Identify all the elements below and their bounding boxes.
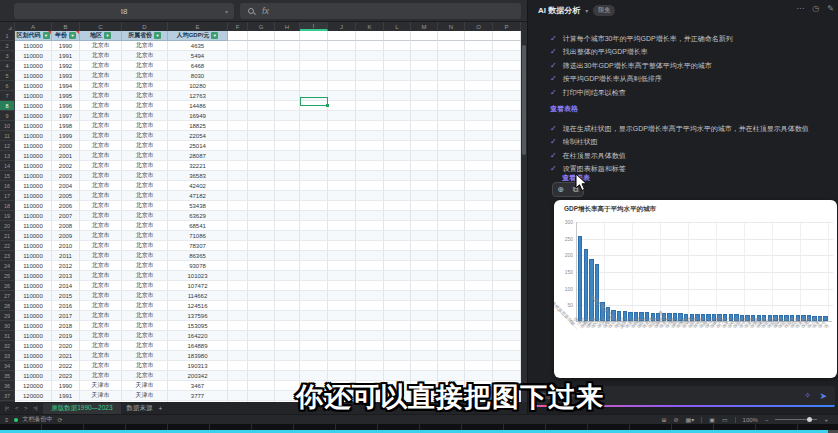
cell[interactable] bbox=[438, 161, 465, 171]
cell[interactable]: 78307 bbox=[168, 241, 228, 251]
cell[interactable] bbox=[275, 131, 300, 141]
cell[interactable]: 2005 bbox=[52, 191, 80, 201]
cell[interactable] bbox=[438, 31, 465, 41]
cell[interactable] bbox=[356, 331, 384, 341]
cell[interactable]: 2001 bbox=[52, 151, 80, 161]
cell[interactable]: 32221 bbox=[168, 161, 228, 171]
column-header-G[interactable]: G bbox=[248, 22, 275, 31]
row-header[interactable]: 4 bbox=[0, 61, 15, 71]
cell[interactable] bbox=[356, 201, 384, 211]
cell[interactable] bbox=[328, 81, 356, 91]
cell[interactable] bbox=[384, 151, 411, 161]
row-header[interactable]: 33 bbox=[0, 351, 15, 361]
row-header[interactable]: 32 bbox=[0, 341, 15, 351]
cell[interactable] bbox=[328, 261, 356, 271]
cell[interactable] bbox=[493, 71, 521, 81]
cell[interactable] bbox=[248, 71, 275, 81]
cell[interactable] bbox=[493, 201, 521, 211]
cell[interactable] bbox=[356, 191, 384, 201]
cell[interactable]: 北京市 bbox=[122, 171, 168, 181]
page-view-icon[interactable]: ▭ bbox=[722, 416, 728, 423]
column-header-A[interactable]: A bbox=[15, 22, 52, 31]
cell[interactable] bbox=[300, 251, 328, 261]
cell[interactable] bbox=[384, 231, 411, 241]
cell[interactable]: 2015 bbox=[52, 291, 80, 301]
cell[interactable] bbox=[248, 81, 275, 91]
column-header-N[interactable]: N bbox=[438, 22, 465, 31]
cell[interactable]: 北京市 bbox=[80, 141, 122, 151]
cell[interactable] bbox=[275, 351, 300, 361]
cell[interactable]: 北京市 bbox=[122, 291, 168, 301]
cell[interactable]: 北京市 bbox=[80, 291, 122, 301]
cell[interactable] bbox=[465, 311, 493, 321]
cell[interactable] bbox=[493, 301, 521, 311]
row-header[interactable]: 37 bbox=[0, 391, 15, 401]
cell[interactable] bbox=[300, 351, 328, 361]
cell[interactable] bbox=[493, 171, 521, 181]
cell[interactable] bbox=[275, 181, 300, 191]
cell[interactable]: 北京市 bbox=[80, 321, 122, 331]
cell[interactable] bbox=[356, 281, 384, 291]
select-all-corner[interactable] bbox=[0, 22, 15, 31]
cell[interactable]: 190313 bbox=[168, 361, 228, 371]
cell[interactable] bbox=[438, 141, 465, 151]
cell[interactable] bbox=[465, 161, 493, 171]
row-header[interactable]: 16 bbox=[0, 181, 15, 191]
cell[interactable] bbox=[228, 211, 248, 221]
normal-view-icon[interactable]: ▣ bbox=[709, 416, 715, 423]
cell[interactable] bbox=[248, 371, 275, 381]
row-header[interactable]: 23 bbox=[0, 251, 15, 261]
cell[interactable] bbox=[300, 211, 328, 221]
cell[interactable] bbox=[300, 61, 328, 71]
row-header[interactable]: 3 bbox=[0, 51, 15, 61]
cell[interactable] bbox=[493, 241, 521, 251]
cell[interactable] bbox=[228, 291, 248, 301]
cell[interactable] bbox=[228, 191, 248, 201]
cell[interactable] bbox=[356, 261, 384, 271]
spreadsheet-grid[interactable]: 1区划代码▼年份▼地区▼所属省份▼人均GDP/元▼21100001990北京市北… bbox=[0, 31, 521, 402]
cell[interactable] bbox=[411, 81, 438, 91]
refresh-icon[interactable]: ⟳ bbox=[58, 416, 63, 423]
cell[interactable] bbox=[384, 171, 411, 181]
cell[interactable]: 47182 bbox=[168, 191, 228, 201]
cell[interactable] bbox=[356, 361, 384, 371]
cell[interactable]: 2023 bbox=[52, 371, 80, 381]
cell[interactable]: 北京市 bbox=[122, 351, 168, 361]
cell[interactable] bbox=[275, 31, 300, 41]
cell[interactable] bbox=[300, 51, 328, 61]
cell[interactable] bbox=[493, 311, 521, 321]
cell[interactable]: 北京市 bbox=[122, 71, 168, 81]
cell[interactable]: 北京市 bbox=[80, 91, 122, 101]
cell[interactable] bbox=[493, 41, 521, 51]
cell[interactable]: 1990 bbox=[52, 41, 80, 51]
cell[interactable] bbox=[384, 141, 411, 151]
cell[interactable]: 42402 bbox=[168, 181, 228, 191]
cell[interactable]: 110000 bbox=[15, 351, 52, 361]
row-header[interactable]: 31 bbox=[0, 331, 15, 341]
cell[interactable] bbox=[356, 181, 384, 191]
cell[interactable] bbox=[438, 271, 465, 281]
cell[interactable] bbox=[384, 121, 411, 131]
cell[interactable]: 53438 bbox=[168, 201, 228, 211]
cell[interactable] bbox=[275, 61, 300, 71]
cell[interactable] bbox=[248, 221, 275, 231]
cell[interactable]: 北京市 bbox=[122, 161, 168, 171]
cell[interactable] bbox=[384, 31, 411, 41]
sheet-tab-active[interactable]: 原版数据1990—2023 bbox=[43, 403, 120, 414]
cell[interactable] bbox=[356, 61, 384, 71]
view-table-link[interactable]: 查看表格 bbox=[550, 104, 578, 114]
cell[interactable] bbox=[384, 361, 411, 371]
cell[interactable] bbox=[438, 61, 465, 71]
cell[interactable] bbox=[248, 101, 275, 111]
cell[interactable] bbox=[356, 341, 384, 351]
cell[interactable] bbox=[493, 181, 521, 191]
cell[interactable]: 北京市 bbox=[122, 141, 168, 151]
cell[interactable] bbox=[384, 191, 411, 201]
cell[interactable]: 71086 bbox=[168, 231, 228, 241]
row-header[interactable]: 24 bbox=[0, 261, 15, 271]
cell[interactable]: 22054 bbox=[168, 131, 228, 141]
cell[interactable] bbox=[248, 201, 275, 211]
row-header[interactable]: 11 bbox=[0, 131, 15, 141]
row-header[interactable]: 7 bbox=[0, 91, 15, 101]
cell[interactable]: 1992 bbox=[52, 61, 80, 71]
